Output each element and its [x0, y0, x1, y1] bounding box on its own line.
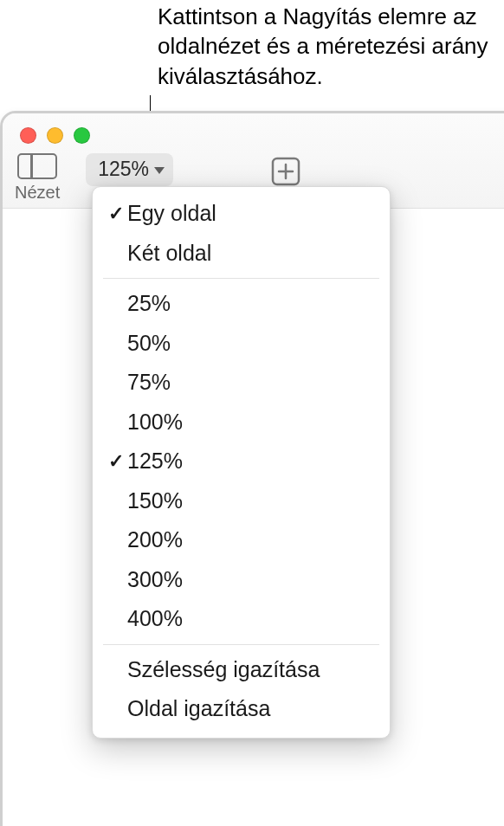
menu-item-zoom-300[interactable]: 300% [93, 560, 390, 600]
menu-item-label: 400% [127, 603, 183, 636]
checkmark-icon: ✓ [105, 199, 127, 228]
menu-item-two-pages[interactable]: Két oldal [93, 234, 390, 274]
zoom-dropdown-button[interactable]: 125% [86, 153, 173, 186]
menu-item-zoom-75[interactable]: 75% [93, 363, 390, 403]
view-toolbar-item[interactable]: Nézet [15, 153, 60, 203]
menu-item-label: 300% [127, 564, 183, 597]
menu-separator [103, 278, 379, 279]
menu-item-one-page[interactable]: ✓ Egy oldal [93, 194, 390, 234]
chevron-down-icon [154, 167, 165, 174]
window-controls [20, 127, 90, 144]
callout-text: Kattintson a Nagyítás elemre az oldalnéz… [158, 2, 502, 91]
zoom-toolbar-item[interactable]: 125% [86, 153, 173, 186]
view-toolbar-label: Nézet [15, 183, 60, 203]
menu-item-label: 125% [127, 445, 183, 478]
add-button[interactable] [271, 157, 300, 186]
minimize-window-button[interactable] [47, 127, 63, 144]
menu-separator [103, 644, 379, 645]
menu-item-zoom-100[interactable]: 100% [93, 403, 390, 442]
menu-item-zoom-125[interactable]: ✓ 125% [93, 442, 390, 481]
zoom-window-button[interactable] [74, 127, 90, 144]
menu-item-label: Oldal igazítása [127, 693, 270, 726]
zoom-value-label: 125% [98, 158, 149, 181]
menu-item-label: Szélesség igazítása [127, 654, 320, 687]
checkmark-icon: ✓ [105, 447, 127, 475]
menu-item-zoom-50[interactable]: 50% [93, 324, 390, 364]
menu-item-label: 100% [127, 406, 183, 439]
menu-item-label: 200% [127, 524, 183, 557]
menu-item-label: 25% [127, 287, 171, 320]
menu-item-zoom-200[interactable]: 200% [93, 520, 390, 560]
sidebar-icon [17, 153, 57, 179]
close-window-button[interactable] [20, 127, 36, 144]
menu-item-zoom-25[interactable]: 25% [93, 284, 390, 324]
menu-item-label: 75% [127, 366, 171, 399]
menu-item-zoom-150[interactable]: 150% [93, 481, 390, 521]
menu-item-fit-page[interactable]: Oldal igazítása [93, 689, 390, 729]
menu-item-label: 50% [127, 327, 171, 360]
zoom-dropdown-menu: ✓ Egy oldal Két oldal 25% 50% 75% 100% ✓… [92, 186, 391, 739]
menu-item-label: 150% [127, 485, 183, 518]
plus-in-square-icon [271, 157, 300, 186]
menu-item-label: Egy oldal [127, 197, 216, 230]
menu-item-label: Két oldal [127, 237, 211, 270]
menu-item-fit-width[interactable]: Szélesség igazítása [93, 650, 390, 690]
menu-item-zoom-400[interactable]: 400% [93, 599, 390, 639]
